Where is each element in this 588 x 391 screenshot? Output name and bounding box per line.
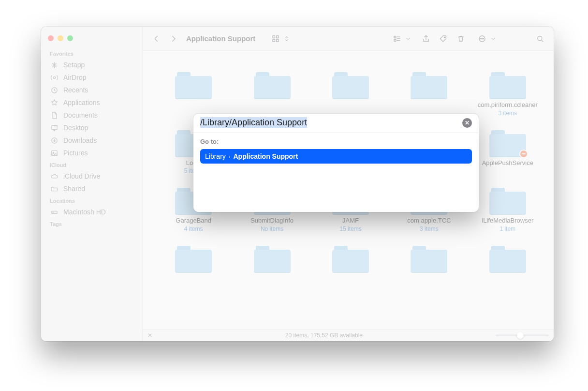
sidebar-item-applications[interactable]: Applications: [41, 96, 142, 109]
desktop-icon: [50, 123, 59, 132]
chevron-down-icon[interactable]: [490, 32, 497, 45]
more-button[interactable]: [475, 32, 489, 45]
group-by-button[interactable]: [390, 32, 404, 45]
svg-rect-8: [273, 36, 275, 38]
status-bar: ✕ 20 items, 175,52 GB available: [143, 329, 554, 341]
sidebar-item-documents[interactable]: Documents: [41, 109, 142, 121]
folder-item[interactable]: com.piriform.ccleaner3 items: [471, 70, 544, 117]
folder-item[interactable]: [157, 244, 230, 275]
folder-item[interactable]: [157, 70, 230, 117]
folder-item[interactable]: [235, 244, 308, 275]
sidebar-item-desktop[interactable]: Desktop: [41, 121, 142, 134]
svg-point-17: [482, 38, 483, 39]
folder-item[interactable]: [393, 244, 465, 275]
folder-item[interactable]: iLifeMediaBrowser1 item: [471, 186, 544, 232]
folder-item[interactable]: [314, 244, 387, 275]
disk-icon: [50, 208, 59, 216]
svg-point-14: [444, 37, 445, 38]
trash-button[interactable]: [454, 32, 468, 45]
zoom-slider[interactable]: [496, 334, 549, 336]
search-button[interactable]: [533, 32, 547, 45]
svg-rect-11: [277, 39, 279, 42]
svg-point-18: [483, 38, 484, 39]
no-entry-badge-icon: [519, 150, 528, 158]
close-window-button[interactable]: [48, 35, 54, 41]
sidebar-section-favorites: Favorites: [41, 48, 142, 59]
folder-item[interactable]: [235, 70, 308, 117]
svg-rect-2: [51, 125, 57, 129]
sidebar-section-icloud: iCloud: [41, 159, 142, 170]
svg-rect-9: [277, 36, 279, 38]
zoom-window-button[interactable]: [67, 35, 73, 41]
toolbar: Application Support: [143, 27, 554, 51]
sidebar-item-setapp[interactable]: Setapp: [41, 59, 142, 71]
sidebar-item-macintosh-hd[interactable]: Macintosh HD: [41, 206, 142, 218]
svg-point-0: [53, 76, 55, 78]
back-button[interactable]: [149, 32, 163, 45]
sidebar-item-pictures[interactable]: Pictures: [41, 147, 142, 159]
chevron-right-icon: ›: [229, 153, 231, 159]
window-title: Application Support: [186, 34, 255, 43]
cloud-icon: [50, 172, 59, 180]
folder-item[interactable]: [393, 70, 465, 117]
clear-input-icon[interactable]: ✕: [462, 118, 472, 128]
forward-button[interactable]: [167, 32, 180, 45]
status-text: 20 items, 175,52 GB available: [157, 332, 491, 339]
svg-rect-13: [394, 39, 396, 41]
goto-suggestion[interactable]: Library › Application Support: [200, 149, 472, 164]
go-to-folder-dialog: /Library/Application Support ✕ Go to: Li…: [193, 114, 479, 212]
view-switcher-icon[interactable]: [283, 32, 290, 45]
svg-point-16: [480, 38, 481, 39]
sidebar-section-tags: Tags: [41, 218, 142, 229]
pictures-icon: [50, 149, 59, 157]
view-icons-button[interactable]: [269, 32, 282, 45]
share-button[interactable]: [419, 32, 433, 45]
traffic-lights: [41, 31, 142, 48]
folder-item[interactable]: ApplePushService: [471, 128, 544, 175]
downloads-icon: [50, 136, 59, 145]
sidebar-item-icloud-drive[interactable]: iCloud Drive: [41, 170, 142, 182]
sidebar-item-shared[interactable]: Shared: [41, 182, 142, 195]
document-icon: [50, 111, 59, 120]
sidebar-item-airdrop[interactable]: AirDrop: [41, 71, 142, 84]
shared-folder-icon: [50, 184, 59, 193]
goto-path-input[interactable]: /Library/Application Support: [200, 118, 462, 128]
setapp-icon: [50, 60, 59, 69]
sidebar-section-locations: Locations: [41, 195, 142, 206]
svg-rect-6: [51, 211, 57, 213]
airdrop-icon: [50, 73, 59, 82]
tags-button[interactable]: [437, 32, 450, 45]
sidebar: Favorites Setapp AirDrop Recents Applica…: [41, 27, 143, 341]
clock-icon: [50, 86, 59, 94]
svg-rect-12: [394, 36, 396, 38]
chevron-down-icon[interactable]: [405, 32, 412, 45]
svg-point-7: [53, 212, 53, 212]
folder-item[interactable]: [471, 244, 544, 275]
apps-icon: [50, 98, 59, 107]
finder-window: Favorites Setapp AirDrop Recents Applica…: [41, 27, 554, 341]
path-bar-close-icon[interactable]: ✕: [147, 332, 157, 339]
svg-rect-10: [273, 39, 275, 42]
svg-rect-4: [51, 150, 57, 155]
minimize-window-button[interactable]: [58, 35, 63, 41]
folder-item[interactable]: [314, 70, 387, 117]
sidebar-item-downloads[interactable]: Downloads: [41, 134, 142, 147]
goto-label: Go to:: [200, 138, 472, 145]
sidebar-item-recents[interactable]: Recents: [41, 84, 142, 96]
